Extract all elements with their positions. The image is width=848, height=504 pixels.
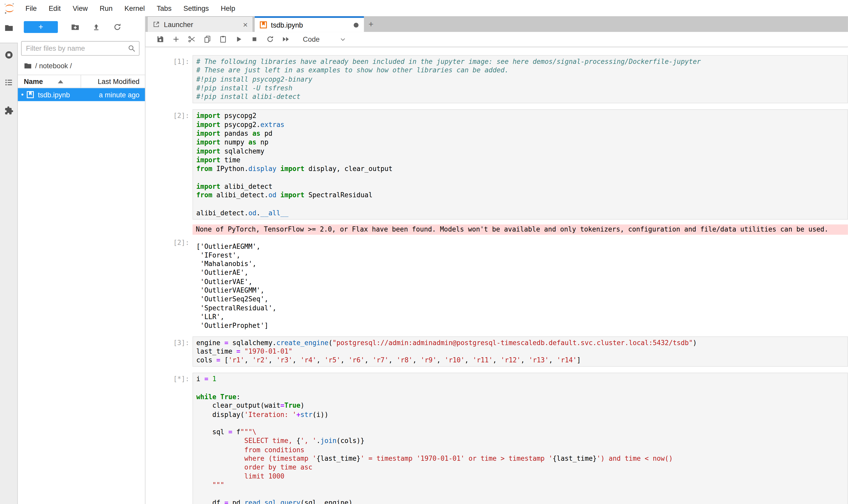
output-prompt: [2]: bbox=[145, 238, 193, 330]
input-prompt: [2]: bbox=[145, 109, 193, 219]
jupyter-logo bbox=[3, 2, 16, 14]
breadcrumb[interactable]: / notebook / bbox=[24, 61, 145, 70]
restart-kernel-button[interactable] bbox=[266, 35, 274, 43]
activity-bar bbox=[0, 16, 18, 504]
add-tab-button[interactable]: + bbox=[364, 16, 378, 32]
cell-type-label: Code bbox=[303, 35, 320, 43]
file-browser-toolbar: + bbox=[18, 16, 145, 34]
input-prompt: [*]: bbox=[145, 373, 193, 504]
running-icon[interactable] bbox=[4, 50, 14, 59]
new-folder-icon[interactable] bbox=[71, 23, 79, 32]
caret-down-icon bbox=[340, 36, 346, 42]
input-prompt: [1]: bbox=[145, 55, 193, 104]
execute-result-output: ['OutlierAEGMM', 'IForest', 'Mahalanobis… bbox=[193, 242, 848, 330]
menu-kernel[interactable]: Kernel bbox=[119, 4, 151, 12]
notebook-toolbar: Code bbox=[145, 32, 848, 47]
cell-type-dropdown[interactable]: Code bbox=[303, 35, 346, 43]
tab-launcher[interactable]: Launcher× bbox=[147, 16, 253, 32]
filter-files-input[interactable] bbox=[21, 41, 140, 56]
cell-editor[interactable]: import psycopg2import psycopg2.extrasimp… bbox=[193, 109, 848, 219]
main-dock-panel: Launcher×tsdb.ipynb+ Code [1]:# The foll… bbox=[145, 16, 848, 504]
code-cell-4: [*]:i = 1 while True: clear_output(wait=… bbox=[145, 373, 848, 504]
dirty-indicator: • bbox=[21, 88, 26, 101]
folder-icon[interactable] bbox=[4, 23, 14, 33]
file-list-header: Name Last Modified bbox=[18, 75, 145, 88]
tab-tsdb-ipynb[interactable]: tsdb.ipynb bbox=[255, 16, 364, 32]
output-prompt-empty bbox=[145, 220, 193, 235]
file-browser-panel: + / notebook / Name Last Modified •tsdb.… bbox=[18, 16, 145, 504]
input-prompt: [3]: bbox=[145, 336, 193, 367]
menu-file[interactable]: File bbox=[20, 4, 43, 12]
unsaved-dot-icon bbox=[354, 22, 359, 27]
launcher-icon bbox=[152, 21, 160, 28]
menu-edit[interactable]: Edit bbox=[43, 4, 67, 12]
file-last-modified: a minute ago bbox=[99, 91, 145, 99]
tab-label: tsdb.ipynb bbox=[271, 21, 354, 29]
run-button[interactable] bbox=[235, 35, 243, 43]
stderr-output: None of PyTorch, TensorFlow >= 2.0, or F… bbox=[193, 224, 848, 235]
column-last-modified[interactable]: Last Modified bbox=[81, 77, 145, 86]
stop-button[interactable] bbox=[250, 35, 258, 43]
jupyterlab-screen: FileEditViewRunKernelTabsSettingsHelp + bbox=[0, 0, 848, 504]
close-icon[interactable]: × bbox=[243, 20, 248, 29]
notebook-cells: [1]:# The following libraries have alrea… bbox=[145, 47, 848, 504]
breadcrumb-path: / notebook / bbox=[35, 61, 72, 70]
dock-tab-bar: Launcher×tsdb.ipynb+ bbox=[145, 16, 848, 32]
jupyterlab-window: FileEditViewRunKernelTabsSettingsHelp + bbox=[0, 0, 848, 504]
file-name: tsdb.ipynb bbox=[38, 91, 99, 99]
column-name[interactable]: Name bbox=[18, 75, 81, 88]
menu-help[interactable]: Help bbox=[215, 4, 241, 12]
refresh-icon[interactable] bbox=[113, 23, 122, 32]
save-button[interactable] bbox=[156, 35, 165, 43]
menu-run[interactable]: Run bbox=[94, 4, 119, 12]
file-list: •tsdb.ipynba minute ago bbox=[18, 88, 145, 101]
file-row-tsdb.ipynb[interactable]: •tsdb.ipynba minute ago bbox=[18, 88, 145, 101]
upload-icon[interactable] bbox=[92, 23, 101, 32]
puzzle-icon[interactable] bbox=[4, 106, 14, 115]
menu-view[interactable]: View bbox=[67, 4, 94, 12]
menu-settings[interactable]: Settings bbox=[177, 4, 215, 12]
add-cell-button[interactable] bbox=[172, 35, 180, 43]
code-cell-3: [3]:engine = sqlalchemy.create_engine("p… bbox=[145, 336, 848, 367]
fast-forward-button[interactable] bbox=[282, 35, 290, 43]
menu-bar: FileEditViewRunKernelTabsSettingsHelp bbox=[0, 0, 848, 16]
cell-editor[interactable]: # The following libraries have already b… bbox=[193, 55, 848, 104]
menu-tabs[interactable]: Tabs bbox=[151, 4, 177, 12]
paste-button[interactable] bbox=[219, 35, 227, 43]
filter-files-box bbox=[21, 41, 140, 56]
new-launcher-button[interactable]: + bbox=[24, 21, 58, 33]
tab-label: Launcher bbox=[164, 20, 243, 28]
copy-button[interactable] bbox=[203, 35, 212, 43]
cell-editor[interactable]: i = 1 while True: clear_output(wait=True… bbox=[193, 373, 848, 504]
notebook-icon bbox=[26, 91, 34, 98]
search-icon bbox=[128, 44, 136, 53]
code-cell-1: [1]:# The following libraries have alrea… bbox=[145, 55, 848, 104]
sort-ascending-icon bbox=[58, 80, 64, 83]
notebook-icon bbox=[259, 21, 267, 29]
code-cell-2: [2]:import psycopg2import psycopg2.extra… bbox=[145, 109, 848, 330]
new-launcher-plus: + bbox=[38, 22, 43, 32]
cut-button[interactable] bbox=[188, 35, 196, 43]
home-folder-icon[interactable] bbox=[24, 61, 32, 70]
app-body: + / notebook / Name Last Modified •tsdb.… bbox=[0, 16, 848, 504]
menu-items: FileEditViewRunKernelTabsSettingsHelp bbox=[20, 4, 241, 12]
toc-icon[interactable] bbox=[4, 78, 14, 87]
cell-editor[interactable]: engine = sqlalchemy.create_engine("postg… bbox=[193, 336, 848, 367]
